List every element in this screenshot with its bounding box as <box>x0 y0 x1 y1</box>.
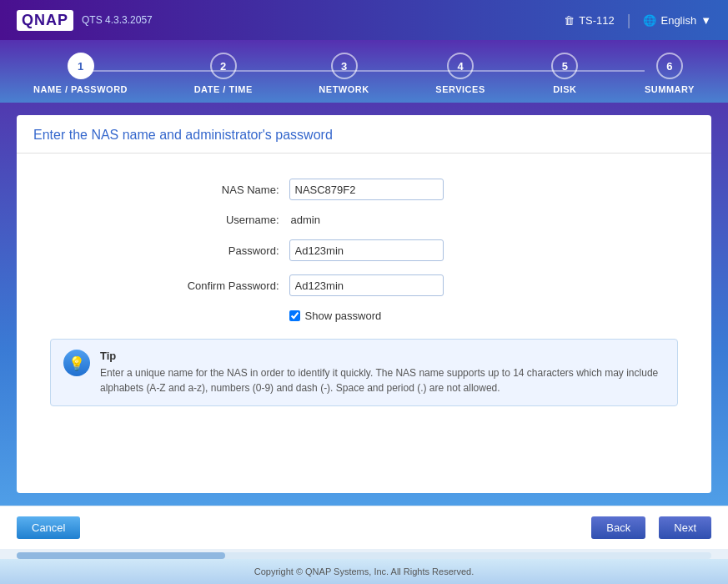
wizard-step-2: 2 DATE / TIME <box>194 53 253 94</box>
form-table: NAS Name: Username: admin Password: Conf… <box>156 179 573 322</box>
main-wrapper: Enter the NAS name and administrator's p… <box>0 103 728 506</box>
device-name: TS-112 <box>579 14 615 27</box>
version-label: QTS 4.3.3.2057 <box>82 14 153 26</box>
next-button[interactable]: Next <box>659 516 711 539</box>
confirm-password-label: Confirm Password: <box>156 279 289 292</box>
cancel-button[interactable]: Cancel <box>17 516 80 539</box>
wizard-step-5: 5 DISK <box>551 53 578 94</box>
password-row: Password: <box>156 239 573 261</box>
step-label-2: DATE / TIME <box>194 84 253 94</box>
username-value: admin <box>289 214 320 226</box>
step-label-3: NETWORK <box>319 84 369 94</box>
chevron-down-icon: ▼ <box>700 14 711 27</box>
step-circle-3: 3 <box>331 53 358 79</box>
scrollbar-track <box>17 552 711 559</box>
confirm-password-row: Confirm Password: <box>156 274 573 296</box>
nas-name-label: NAS Name: <box>156 184 289 196</box>
confirm-password-input[interactable] <box>289 274 444 296</box>
step-circle-5: 5 <box>551 53 578 79</box>
step-label-4: SERVICES <box>435 84 484 94</box>
content-card: Enter the NAS name and administrator's p… <box>17 115 711 493</box>
copyright-text: Copyright © QNAP Systems, Inc. All Right… <box>254 566 474 576</box>
tip-title: Tip <box>100 350 665 362</box>
nas-name-input[interactable] <box>289 179 444 200</box>
step-circle-2: 2 <box>210 53 237 79</box>
username-label: Username: <box>156 214 289 226</box>
trash-icon: 🗑 <box>564 14 575 27</box>
tip-icon: 💡 <box>63 350 90 376</box>
wizard-step-1: 1 NAME / PASSWORD <box>33 53 128 94</box>
tip-text: Enter a unique name for the NAS in order… <box>100 365 665 395</box>
step-label-6: SUMMARY <box>645 84 695 94</box>
show-password-row: Show password <box>289 310 573 322</box>
password-label: Password: <box>156 244 289 257</box>
footer-bar: Cancel Back Next <box>0 506 728 549</box>
tip-box: 💡 Tip Enter a unique name for the NAS in… <box>50 339 678 406</box>
qnap-logo: QNAP <box>17 10 73 31</box>
wizard-bar: 1 NAME / PASSWORD 2 DATE / TIME 3 NETWOR… <box>0 40 728 103</box>
password-input[interactable] <box>289 239 444 261</box>
tip-content: Tip Enter a unique name for the NAS in o… <box>100 350 665 395</box>
header-right: 🗑 TS-112 | 🌐 English ▼ <box>564 12 711 29</box>
wizard-step-3: 3 NETWORK <box>319 53 369 94</box>
wizard-step-6: 6 SUMMARY <box>645 53 695 94</box>
header: QNAP QTS 4.3.3.2057 🗑 TS-112 | 🌐 English… <box>0 0 728 40</box>
globe-icon: 🌐 <box>643 14 656 27</box>
nas-name-row: NAS Name: <box>156 179 573 200</box>
step-circle-1: 1 <box>68 53 94 79</box>
bottom-bar: Copyright © QNAP Systems, Inc. All Right… <box>0 559 728 584</box>
header-logo: QNAP QTS 4.3.3.2057 <box>17 10 153 31</box>
step-circle-6: 6 <box>656 53 683 79</box>
step-label-5: DISK <box>553 84 576 94</box>
header-divider: | <box>627 12 631 29</box>
username-row: Username: admin <box>156 214 573 226</box>
scrollbar-thumb[interactable] <box>17 552 225 559</box>
device-info: 🗑 TS-112 <box>564 14 615 27</box>
card-body: NAS Name: Username: admin Password: Conf… <box>17 154 711 493</box>
show-password-label[interactable]: Show password <box>305 310 382 322</box>
language-selector[interactable]: 🌐 English ▼ <box>643 14 711 27</box>
step-circle-4: 4 <box>447 53 474 79</box>
card-title: Enter the NAS name and administrator's p… <box>17 115 711 154</box>
show-password-checkbox[interactable] <box>289 310 300 321</box>
wizard-step-4: 4 SERVICES <box>435 53 484 94</box>
step-label-1: NAME / PASSWORD <box>33 84 128 94</box>
back-button[interactable]: Back <box>591 516 645 539</box>
language-label: English <box>660 14 696 27</box>
